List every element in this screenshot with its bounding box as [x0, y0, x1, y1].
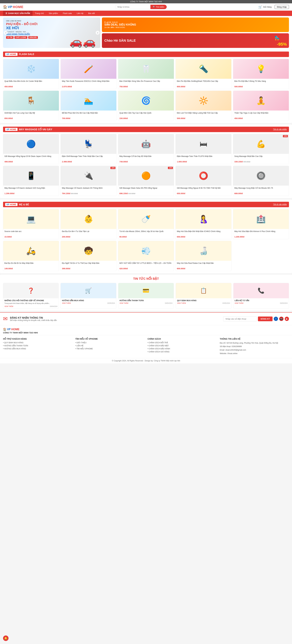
- massage-product-card[interactable]: 🤖 Máy Massage Cổ Vai Gáy 6D Nhật Bản 749…: [118, 134, 174, 164]
- product-price: 750.000đ: [120, 86, 172, 88]
- flash-product-card[interactable]: ❄️ Quạt Điều Hòa Mini Arctic Air Cooler …: [3, 59, 59, 89]
- search-button[interactable]: 🔍 Tìm kiếm: [150, 5, 166, 9]
- baby-product-card[interactable]: 🍼 Túi trữ sữa Misuta 150ml, 200ml, hộp 3…: [118, 209, 174, 239]
- footer-company: CÔNG TY TNHH MỘT MINH TẠO HIHI: [3, 332, 289, 334]
- product-name: Máy Massage Cổ Xiaomi Jeeback G5 Thông M…: [62, 187, 115, 192]
- footer-item-privacy-policy[interactable]: CHÍNH SÁCH BẢO MẬT: [148, 345, 217, 347]
- product-info: Túi trữ sữa Misuta 150ml, 200ml, hộp 30 …: [118, 229, 174, 239]
- product-info: Ghế Đệm Hơi Tựa Lưng Cao Cấp Mỹ 850.000đ: [3, 110, 59, 121]
- footer-logo-vp: VP: [7, 328, 11, 331]
- news-content: LIÊN HỆ TƯ VẤN XEM THÊM 03/05/2024: [234, 298, 289, 305]
- news-card[interactable]: ❓ NHỮNG CÂU HỎI THƯỜNG GẶP VỀ VPHOME Tro…: [3, 283, 59, 308]
- cart-area[interactable]: 🛒 Giỏ Hàng: [258, 5, 272, 9]
- footer-item-about[interactable]: GIỚI THIỆU: [75, 342, 144, 344]
- product-info: Gối Massage Hồng Ngoại 20 Bi YD-708X Thế…: [176, 186, 231, 196]
- flash-product-card[interactable]: 🦷 Bàn Chải Điện Sóng Siêu Âm Prosencor C…: [118, 59, 174, 89]
- read-more-link[interactable]: XEM THÊM: [120, 302, 128, 304]
- footer-item-contact[interactable]: LIÊN HỆ: [75, 345, 144, 347]
- baby-product-card[interactable]: 🧒 Địu Ngồi Trẻ Em 4 Tư Thế Cao Cấp Nhật …: [60, 241, 116, 271]
- flash-sale-title: SẢN DEAL SIÊU KHỦNG: [104, 23, 286, 26]
- baby-product-card[interactable]: 💨 MÁY HÚT MŨI CẦM TAY LITTLE BEES – TIỆN…: [118, 241, 174, 271]
- massage-header: VP HOME MÁY MASSAGE CỔ VAI GÁY Tất cả sả…: [3, 127, 289, 132]
- baby-product-card[interactable]: 🍶 Máy Hút Sữa Real Rubee Cao Cấp Nhật Bả…: [176, 241, 232, 271]
- product-image: 💺: [61, 134, 116, 154]
- read-more-link[interactable]: XEM THÊM: [62, 302, 71, 304]
- product-name: Đèn Led Tích Điện Năng Lượng Mặt Trời Ca…: [177, 112, 230, 116]
- newsletter-submit-button[interactable]: ĐĂNG KÝ: [258, 316, 272, 321]
- footer-item-warranty-policy[interactable]: CHÍNH SÁCH BẢO HÀNH: [148, 348, 217, 350]
- massage-product-card[interactable]: 💺 Đệm Ghế Massage Toàn Thân Nhật Bản Cao…: [60, 134, 116, 164]
- flash-product-card[interactable]: 🔆 Đèn Led Tích Điện Năng Lượng Mặt Trời …: [176, 90, 232, 121]
- category-menu-button[interactable]: ☰ DANH MỤC SẢN PHẨM: [3, 11, 32, 16]
- baby-product-card[interactable]: 💻 Source code bán acc 15.500đ: [3, 209, 59, 239]
- footer-item-payment-guide[interactable]: HƯỚNG DẪN THANH TOÁN: [3, 345, 72, 347]
- footer-item-learn[interactable]: TÌM HIỂU VPHOME: [75, 348, 144, 350]
- newsletter-input[interactable]: [223, 316, 257, 322]
- flash-product-card[interactable]: 🌀 Quạt Mini Cầm Tay Cao Cấp Hàn Quốc 150…: [118, 90, 174, 121]
- massage-product-card[interactable]: -15% 🔌 Máy Massage Cổ Xiaomi Jeeback G5 …: [60, 166, 116, 196]
- flash-product-card[interactable]: 🔦 Đèn Pin Đội Đầu SmillingShark TD0145A …: [176, 59, 232, 89]
- read-more-link[interactable]: XEM THÊM: [177, 302, 186, 304]
- baby-view-all[interactable]: Tất cả sản phẩm: [273, 204, 287, 206]
- nav-item-blog[interactable]: Bài viết: [86, 11, 97, 16]
- massage-product-card[interactable]: 🛏 Đệm Massage Toàn Thân FUJITA Nhật Bản …: [176, 134, 232, 164]
- product-info: Máy Hút Sữa Điện Đôi Nhật Bản ICHIKO Chí…: [176, 229, 231, 239]
- footer-item-buying-guide[interactable]: HƯỚNG DẪN MUA HÀNG: [3, 348, 72, 350]
- nav-item-contact[interactable]: Liên hệ: [74, 11, 86, 16]
- flash-product-card[interactable]: 💡 Đèn Pin Đội Đầu 5 Bóng T6 Siêu Sáng 50…: [233, 59, 289, 89]
- login-button[interactable]: Đăng nhập: [275, 5, 289, 9]
- price-area: 339.150đ 999.000đ: [234, 160, 288, 163]
- product-info: Máy Massage Cổ Xiaomi Jeeback G20 Xung Đ…: [3, 186, 59, 196]
- product-image: 🔘: [233, 166, 289, 186]
- product-name: Máy Massage Cổ Xiaomi Jeeback G20 Xung Đ…: [4, 187, 58, 192]
- news-date: 03/05/2024: [280, 302, 288, 304]
- massage-product-card[interactable]: -15% 💪 Súng Massage Nhật Bản Cao Cấp 339…: [233, 134, 289, 164]
- massage-product-card[interactable]: 📱 Máy Massage Cổ Xiaomi Jeeback G20 Xung…: [3, 166, 59, 196]
- search-input[interactable]: [115, 5, 150, 9]
- search-icon: 🔍: [153, 6, 155, 8]
- massage-product-card[interactable]: 🔘 Máy Massage Xung Điện Cổ Vai Misuko MC…: [233, 166, 289, 196]
- news-card[interactable]: 📞 LIÊN HỆ TƯ VẤN XEM THÊM 03/05/2024: [233, 283, 289, 308]
- product-image: 💨: [118, 241, 174, 261]
- youtube-icon[interactable]: ▶: [285, 317, 289, 321]
- read-more-link[interactable]: XEM THÊM: [4, 306, 13, 307]
- nav-item-flash[interactable]: Flash sale: [60, 11, 74, 16]
- news-card-title: NHỮNG CÂU HỎI THƯỜNG GẶP VỀ VPHOME: [4, 300, 57, 302]
- flash-product-card[interactable]: 🏊 Bể Bơi Phao Bơi Cho Bé Cao Cấp Nhật Bả…: [60, 90, 116, 121]
- summer-sale-discount: -95%: [277, 42, 287, 47]
- massage-grid: 🔵 Gối Massage Hồng Ngoại 20 Bi Okato Jap…: [3, 134, 289, 196]
- news-card[interactable]: 📋 QUY ĐỊNH MUA HÀNG XEM THÊM 03/05/2024: [176, 283, 231, 308]
- nav-item-home[interactable]: Trang chủ: [32, 11, 46, 16]
- news-card[interactable]: 💳 HƯỚNG DẪN THANH TOÁN XEM THÊM 03/05/20…: [118, 283, 174, 308]
- news-card[interactable]: 🛒 HƯỚNG DẪN MUA HÀNG XEM THÊM 03/05/2024: [60, 283, 116, 308]
- facebook-icon[interactable]: f: [274, 317, 278, 321]
- banner-next-btn[interactable]: ›: [96, 31, 100, 35]
- product-price: 2.870.000đ: [62, 86, 115, 88]
- massage-product-card[interactable]: ⭕ Gối Massage Hồng Ngoại 20 Bi YD-708X T…: [176, 166, 232, 196]
- product-image: 🍼: [118, 209, 174, 229]
- footer-item-purchase-rules[interactable]: QUY ĐỊNH MUA HÀNG: [3, 342, 72, 344]
- baby-product-card[interactable]: 🛵 Đai Địu Em Bé Đi Xe Máy Nhật Bản 149.0…: [3, 241, 59, 271]
- baby-product-card[interactable]: 👶 Đai Địu Em Bé 4 Tư Sữa Tiện Lợi 200.00…: [60, 209, 116, 239]
- banner-prev-btn[interactable]: ‹: [4, 31, 8, 35]
- flash-product-card[interactable]: 🧘 Thảm Tập Yoga 2 Lớp Cao Cấp Nhật Bản 4…: [233, 90, 289, 121]
- massage-product-card[interactable]: -15% 🟠 Gối Massage Okato Seka SK-P55 Hồn…: [118, 166, 174, 196]
- price-area: 764.150đ 899.000đ: [62, 192, 115, 194]
- read-more-link[interactable]: XEM THÊM: [235, 302, 244, 304]
- newsletter-left: ✉ ĐĂNG KÝ NHẬN THÔNG TIN Để nhận những t…: [3, 316, 57, 322]
- baby-product-card[interactable]: 🏥 Máy Hút Sữa Điện Đôi Ahimon K Plus Chí…: [233, 209, 289, 239]
- social-icons: f 📷 ▶: [274, 317, 289, 321]
- product-price: 500.000đ: [234, 86, 288, 88]
- product-info: Quạt Mini Cầm Tay Cao Cấp Hàn Quốc 150.0…: [118, 110, 174, 121]
- baby-product-card[interactable]: 🤱 Máy Hút Sữa Điện Đôi Nhật Bản ICHIKO C…: [176, 209, 232, 239]
- massage-product-card[interactable]: 🔵 Gối Massage Hồng Ngoại 20 Bi Okato Jap…: [3, 134, 59, 164]
- product-price: 700.000đ: [62, 117, 115, 120]
- nav-item-products[interactable]: Sản phẩm: [46, 11, 60, 16]
- instagram-icon[interactable]: 📷: [279, 317, 284, 321]
- flash-product-card[interactable]: 🪥 Máy Tăm Nước Panasonic EW1511 Chính Hã…: [60, 59, 116, 89]
- footer-website: Website: Xhoat.online: [220, 352, 289, 355]
- massage-view-all[interactable]: Tất cả sản phẩm: [273, 128, 287, 130]
- flash-product-card[interactable]: 🪑 Ghế Đệm Hơi Tựa Lưng Cao Cấp Mỹ 850.00…: [3, 90, 59, 121]
- footer-item-price-policy[interactable]: CHÍNH SÁCH GIÁ HÀNG: [148, 351, 217, 353]
- footer-item-return-policy[interactable]: CHÍNH SÁCH ĐỔI TRẢ: [148, 342, 217, 344]
